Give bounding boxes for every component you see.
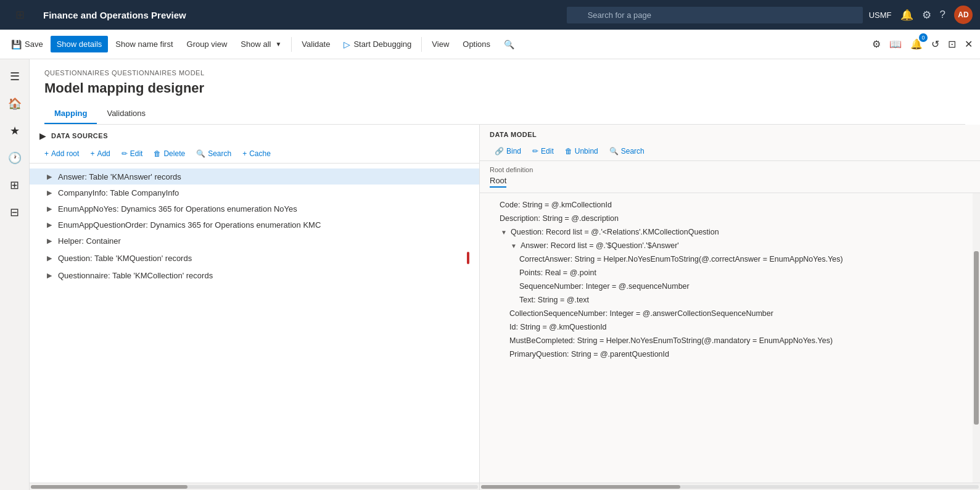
bind-button[interactable]: 🔗 Bind — [490, 144, 526, 158]
model-item-points[interactable]: Points: Real = @.point — [480, 266, 971, 280]
tree-item-helper[interactable]: ▶ Helper: Container — [30, 233, 479, 249]
tree-item-answer-container: ▶ Answer: Table 'KMAnswer' records — [30, 168, 479, 185]
model-edit-button[interactable]: ✏ Edit — [527, 144, 559, 158]
model-item-code[interactable]: Code: String = @.kmCollectionId — [480, 198, 971, 212]
tree-expand-answer[interactable]: ▶ — [44, 172, 54, 181]
add-button[interactable]: + Add — [85, 147, 115, 160]
model-item-text[interactable]: Text: String = @.text — [480, 293, 971, 307]
model-item-mustbecompleted[interactable]: MustBeCompleted: String = Helper.NoYesEn… — [480, 334, 971, 347]
avatar[interactable]: AD — [954, 6, 973, 24]
edit-button[interactable]: ✏ Edit — [117, 147, 148, 160]
help-icon[interactable]: ? — [940, 9, 945, 21]
model-item-description[interactable]: Description: String = @.description — [480, 212, 971, 225]
left-pane-scrollbar[interactable] — [30, 483, 479, 490]
search-button[interactable]: 🔍 Search — [191, 147, 236, 160]
nav-home-icon[interactable]: 🏠 — [2, 91, 27, 116]
toolbar-separator-2 — [421, 37, 422, 52]
model-item-id[interactable]: Id: String = @.kmQuestionId — [480, 320, 971, 334]
tree-item-questionnaire-container: ▶ Questionnaire: Table 'KMCollection' re… — [30, 267, 479, 283]
model-search-button[interactable]: 🔍 Search — [604, 144, 649, 158]
page-header: QUESTIONNAIRES QUESTIONNAIRES MODEL Mode… — [30, 59, 980, 125]
root-label: Root — [490, 176, 506, 188]
model-item-collectionseqnum-text: CollectionSequenceNumber: Integer = @.an… — [509, 309, 773, 318]
bell-icon[interactable]: 🔔 — [900, 9, 913, 22]
show-name-first-button[interactable]: Show name first — [109, 36, 179, 52]
breadcrumb: QUESTIONNAIRES QUESTIONNAIRES MODEL — [44, 69, 965, 77]
model-tree-container: Code: String = @.kmCollectionId Descript… — [480, 193, 980, 483]
search-wrapper: 🔍 — [567, 7, 863, 23]
toolbar-search-button[interactable]: 🔍 — [498, 36, 521, 53]
model-item-text-text: Text: String = @.text — [519, 296, 589, 304]
personalize-icon[interactable]: ⚙ — [870, 36, 883, 52]
tree-item-answer[interactable]: ▶ Answer: Table 'KMAnswer' records — [30, 168, 479, 185]
nav-hamburger-icon[interactable]: ☰ — [2, 64, 27, 89]
toolbar: 💾 Save Show details Show name first Grou… — [0, 30, 980, 59]
refresh-icon[interactable]: ↺ — [929, 36, 942, 52]
tree-item-enumappnoyes-container: ▶ EnumAppNoYes: Dynamics 365 for Operati… — [30, 201, 479, 217]
tree-expand-companyinfo[interactable]: ▶ — [44, 188, 54, 197]
model-item-sequencenumber[interactable]: SequenceNumber: Integer = @.sequenceNumb… — [480, 280, 971, 293]
topbar: ⊞ Finance and Operations Preview 🔍 USMF … — [0, 0, 980, 30]
tab-mapping[interactable]: Mapping — [44, 104, 97, 124]
delete-button[interactable]: 🗑 Delete — [149, 147, 190, 160]
start-debugging-button[interactable]: ▷ Start Debugging — [337, 36, 418, 53]
add-root-button[interactable]: + Add root — [39, 147, 84, 160]
save-button[interactable]: 💾 Save — [5, 36, 49, 53]
nav-filter-icon[interactable]: ⊟ — [2, 200, 27, 225]
cache-button[interactable]: + Cache — [237, 147, 276, 160]
model-tree: Code: String = @.kmCollectionId Descript… — [480, 193, 980, 483]
tree-item-enumappnoyes[interactable]: ▶ EnumAppNoYes: Dynamics 365 for Operati… — [30, 201, 479, 217]
show-all-button[interactable]: Show all ▼ — [234, 36, 287, 52]
options-button[interactable]: Options — [456, 36, 496, 52]
group-view-button[interactable]: Group view — [181, 36, 234, 52]
tree-expand-enumappquestionorder[interactable]: ▶ — [44, 220, 54, 230]
search-input[interactable] — [567, 7, 863, 23]
nav-workspaces-icon[interactable]: ⊞ — [2, 173, 27, 197]
model-item-question[interactable]: ▼ Question: Record list = @.'<Relations'… — [480, 225, 971, 239]
tree-expand-question[interactable]: ▶ — [44, 253, 54, 263]
show-details-button[interactable]: Show details — [51, 36, 109, 52]
view-button[interactable]: View — [426, 36, 455, 52]
left-pane-tree: ▶ Answer: Table 'KMAnswer' records ▶ Com… — [30, 164, 479, 483]
notification-badge-icon[interactable]: 🔔 0 — [908, 36, 925, 52]
model-search-icon: 🔍 — [609, 147, 619, 156]
model-item-id-text: Id: String = @.kmQuestionId — [509, 323, 607, 331]
bookmark-icon[interactable]: 📖 — [887, 36, 904, 52]
tree-item-question[interactable]: ▶ Question: Table 'KMQuestion' records — [30, 249, 479, 267]
gear-icon[interactable]: ⚙ — [922, 9, 931, 22]
validate-button[interactable]: Validate — [295, 36, 336, 52]
tree-expand-questionnaire[interactable]: ▶ — [44, 270, 54, 280]
user-label: USMF — [869, 10, 892, 20]
tree-item-question-label: Question: Table 'KMQuestion' records — [58, 254, 192, 263]
left-scrollbar-thumb — [31, 485, 187, 489]
left-pane-collapse-button[interactable]: ▶ — [39, 131, 46, 141]
left-pane-header: ▶ DATA SOURCES — [30, 125, 479, 144]
model-item-correctanswer[interactable]: CorrectAnswer: String = Helper.NoYesEnum… — [480, 252, 971, 266]
tree-item-companyinfo[interactable]: ▶ CompanyInfo: Table CompanyInfo — [30, 185, 479, 201]
right-pane-vertical-scrollbar[interactable] — [973, 193, 980, 483]
tree-expand-helper[interactable]: ▶ — [44, 236, 54, 246]
grid-icon[interactable]: ⊞ — [7, 2, 32, 27]
close-icon[interactable]: ✕ — [962, 36, 975, 52]
unbind-button[interactable]: 🗑 Unbind — [560, 144, 603, 158]
model-item-code-text: Code: String = @.kmCollectionId — [500, 201, 612, 209]
tree-expand-enumappnoyes[interactable]: ▶ — [44, 204, 54, 214]
toolbar-search-icon: 🔍 — [504, 39, 514, 49]
topbar-right: USMF 🔔 ⚙ ? AD — [869, 6, 973, 24]
model-expand-question[interactable]: ▼ — [500, 228, 508, 236]
model-item-primaryquestion[interactable]: PrimaryQuestion: String = @.parentQuesti… — [480, 347, 971, 361]
tree-item-helper-label: Helper: Container — [58, 236, 121, 246]
model-expand-answer[interactable]: ▼ — [509, 241, 518, 250]
model-item-answer[interactable]: ▼ Answer: Record list = @.'$Question'.'$… — [480, 239, 971, 252]
model-item-correctanswer-text: CorrectAnswer: String = Helper.NoYesEnum… — [519, 255, 843, 264]
right-pane-horizontal-scrollbar[interactable] — [480, 483, 980, 490]
nav-favorites-icon[interactable]: ★ — [2, 118, 27, 143]
tree-item-enumappquestionorder[interactable]: ▶ EnumAppQuestionOrder: Dynamics 365 for… — [30, 217, 479, 233]
nav-recent-icon[interactable]: 🕐 — [2, 146, 27, 170]
open-new-icon[interactable]: ⊡ — [945, 36, 958, 52]
left-scrollbar-track — [31, 485, 478, 489]
tree-item-companyinfo-label: CompanyInfo: Table CompanyInfo — [58, 188, 179, 197]
tab-validations[interactable]: Validations — [97, 104, 155, 124]
model-item-collectionseqnum[interactable]: CollectionSequenceNumber: Integer = @.an… — [480, 307, 971, 320]
tree-item-questionnaire[interactable]: ▶ Questionnaire: Table 'KMCollection' re… — [30, 267, 479, 283]
